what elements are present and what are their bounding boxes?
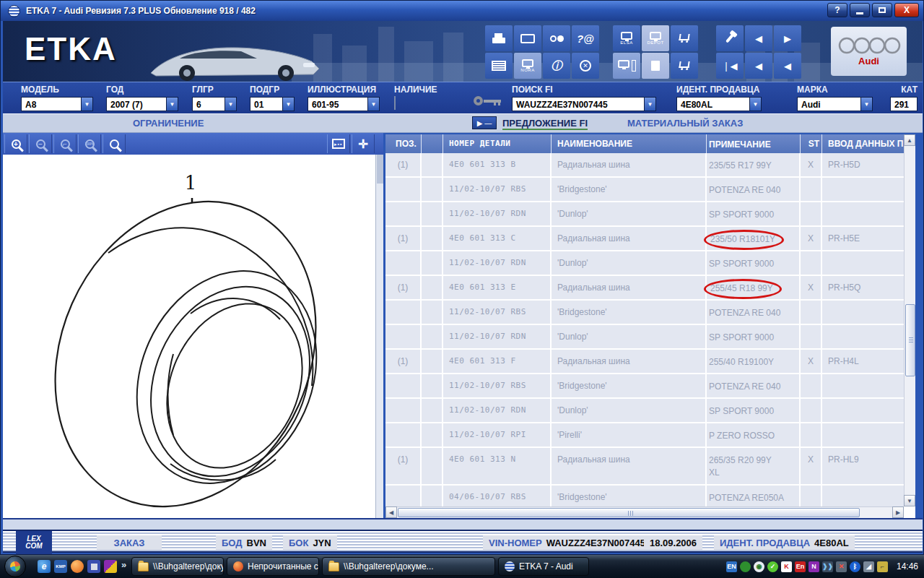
table-horizontal-scrollbar[interactable]: ◀ ▶: [385, 506, 904, 518]
back-button[interactable]: ◀: [745, 53, 772, 79]
material-order-tab[interactable]: МАТЕРИАЛЬНЫЙ ЗАКАЗ: [627, 118, 743, 129]
table-row[interactable]: 11/02-10/07 RDN 'Dunlop' SP SPORT 9000: [385, 399, 915, 423]
wireless-signal-icon[interactable]: ❱❱: [822, 561, 833, 572]
prev-document-button[interactable]: ◀: [745, 25, 772, 51]
close-button[interactable]: X: [894, 3, 919, 17]
illustration-canvas[interactable]: 1: [3, 155, 375, 518]
taskbar-button[interactable]: \\Buhgalterep\докуме...: [322, 557, 495, 576]
online-help-button[interactable]: ?@: [572, 25, 599, 51]
messenger-icon[interactable]: ◉: [754, 561, 764, 572]
next-document-button[interactable]: ▶: [774, 25, 801, 51]
pin-button[interactable]: [716, 25, 744, 51]
elsa-button[interactable]: ELSA: [613, 25, 640, 51]
search-parts-button[interactable]: [543, 25, 570, 51]
next-illustration-button[interactable]: [327, 134, 350, 153]
maximize-button[interactable]: [872, 3, 892, 17]
taskbar-button[interactable]: ETKA 7 - Audi: [498, 557, 589, 576]
chevron-down-icon[interactable]: ▼: [81, 98, 92, 111]
language-indicator[interactable]: EN: [726, 561, 737, 572]
volume-icon[interactable]: ◢: [863, 561, 874, 572]
depot-button[interactable]: DEPOT: [642, 25, 669, 51]
start-button[interactable]: [4, 556, 26, 577]
fi-search-input[interactable]: WAUZZZ4E37N007445▼: [512, 97, 656, 111]
input-device-icon[interactable]: ⌐: [877, 561, 888, 572]
scroll-up-button[interactable]: ▲: [904, 134, 915, 146]
table-vertical-scrollbar[interactable]: ▲ ▼: [904, 134, 915, 506]
chevron-down-icon[interactable]: ▼: [749, 98, 761, 111]
canvas-scrollbar[interactable]: [375, 155, 383, 518]
table-row[interactable]: 11/02-10/07 RBS 'Bridgestone' POTENZA RE…: [385, 301, 915, 325]
table-row[interactable]: (1) 4E0 601 313 B Радиальная шина 235/55…: [385, 153, 915, 178]
sub-group-select[interactable]: 01▼: [250, 97, 295, 111]
antivirus-check-icon[interactable]: ✓: [767, 561, 778, 572]
fi-offer-icon[interactable]: ▶ —: [472, 116, 497, 129]
zoom-in-button[interactable]: +: [4, 134, 27, 153]
quick-launch-overflow[interactable]: »: [121, 559, 126, 570]
taskbar-button[interactable]: Непрочитанные сооб...: [227, 557, 319, 576]
docs-car-button[interactable]: [642, 53, 669, 79]
back-alt-button[interactable]: ◀: [774, 53, 801, 79]
dealer-id-select[interactable]: 4E80AL▼: [676, 97, 762, 111]
table-row[interactable]: 11/02-10/07 RDN 'Dunlop' SP SPORT 9000: [385, 251, 915, 276]
illustration-select[interactable]: 601-95▼: [308, 97, 380, 111]
pan-button[interactable]: ✛: [352, 134, 375, 153]
table-row[interactable]: 11/02-10/07 RBS 'Bridgestone' POTENZA RE…: [385, 178, 915, 202]
year-select[interactable]: 2007 (7)▼: [106, 97, 178, 111]
cart-button[interactable]: [671, 53, 698, 79]
scrollbar-thumb[interactable]: [377, 155, 383, 184]
frame-view-button[interactable]: [514, 25, 541, 51]
scroll-right-button[interactable]: ▶: [892, 506, 904, 518]
table-row[interactable]: 11/02-10/07 RDN 'Dunlop' SP SPORT 9000: [385, 325, 915, 350]
wheel-button[interactable]: ✕: [572, 53, 599, 79]
chevron-down-icon[interactable]: ▼: [367, 98, 379, 111]
table-row[interactable]: (1) 4E0 601 313 F Радиальная шина 255/40…: [385, 350, 915, 374]
internet-explorer-icon[interactable]: e: [38, 560, 51, 573]
print-button[interactable]: [485, 25, 513, 51]
list-view-button[interactable]: [485, 53, 513, 79]
model-select[interactable]: A8▼: [21, 97, 93, 111]
scroll-left-button[interactable]: ◀: [385, 506, 397, 518]
taskbar-button[interactable]: \\Buhgalterep\докуме...: [131, 557, 224, 576]
chevron-down-icon[interactable]: ▼: [860, 98, 872, 111]
find-in-drawing-button[interactable]: [103, 134, 126, 153]
graffiti-studio-icon[interactable]: [104, 560, 117, 573]
chevron-down-icon[interactable]: ▼: [225, 98, 236, 111]
zoom-area-button[interactable]: ⌐: [53, 134, 77, 153]
scroll-down-button[interactable]: ▼: [904, 495, 915, 506]
orders-button[interactable]: [671, 25, 698, 51]
restriction-tab[interactable]: ОГРАНИЧЕНИЕ: [133, 118, 204, 129]
first-page-button[interactable]: ❘◀: [716, 53, 744, 79]
title-bar[interactable]: ETKA 7 - Audi Ревизия 7.3 PLUS Обновлени…: [1, 1, 923, 21]
minimize-button[interactable]: [850, 3, 870, 17]
kmplayer-icon[interactable]: KMP: [54, 560, 67, 573]
table-row[interactable]: 11/02-10/07 RBS 'Bridgestone' POTENZA RE…: [385, 374, 915, 399]
zoom-100-button[interactable]: 100%: [78, 134, 101, 153]
table-row[interactable]: (1) 4E0 601 313 E Радиальная шина 255/45…: [385, 276, 915, 301]
onenote-icon[interactable]: N: [808, 561, 819, 572]
table-row[interactable]: (1) 4E0 601 313 N Радиальная шина 265/35…: [385, 448, 915, 486]
kaspersky-icon[interactable]: K: [781, 561, 792, 572]
brand-select[interactable]: Audi▼: [797, 97, 873, 111]
fi-offer-tab[interactable]: ПРЕДЛОЖЕНИЕ FI: [502, 118, 588, 130]
punto-switcher-icon[interactable]: En: [795, 561, 806, 572]
nora-button[interactable]: NORA: [514, 53, 541, 79]
help-button[interactable]: ?: [827, 3, 847, 17]
browser-icon[interactable]: [71, 560, 84, 573]
network-disconnected-icon[interactable]: ✕: [836, 561, 847, 572]
zoom-out-button[interactable]: −: [29, 134, 52, 153]
table-row[interactable]: (1) 4E0 601 313 C Радиальная шина 235/50…: [385, 227, 915, 251]
workstation-button[interactable]: [613, 53, 640, 79]
bluetooth-icon[interactable]: ᛒ: [850, 561, 860, 572]
shamrock-icon[interactable]: [740, 561, 751, 572]
main-group-select[interactable]: 6▼: [192, 97, 237, 111]
chevron-down-icon[interactable]: ▼: [644, 98, 655, 111]
chevron-down-icon[interactable]: ▼: [282, 98, 294, 111]
chevron-down-icon[interactable]: ▼: [166, 98, 178, 111]
availability-checkbox[interactable]: [394, 96, 396, 110]
table-row[interactable]: 04/06-10/07 RBS 'Bridgestone' POTENZA RE…: [385, 486, 915, 506]
table-row[interactable]: 11/02-10/07 RDN 'Dunlop' SP SPORT 9000: [385, 202, 915, 227]
save-icon[interactable]: [87, 560, 100, 573]
table-row[interactable]: 11/02-10/07 RPI 'Pirelli' P ZERO ROSSO: [385, 423, 915, 448]
scrollbar-thumb[interactable]: [905, 304, 915, 376]
scrollbar-thumb[interactable]: [398, 508, 860, 517]
